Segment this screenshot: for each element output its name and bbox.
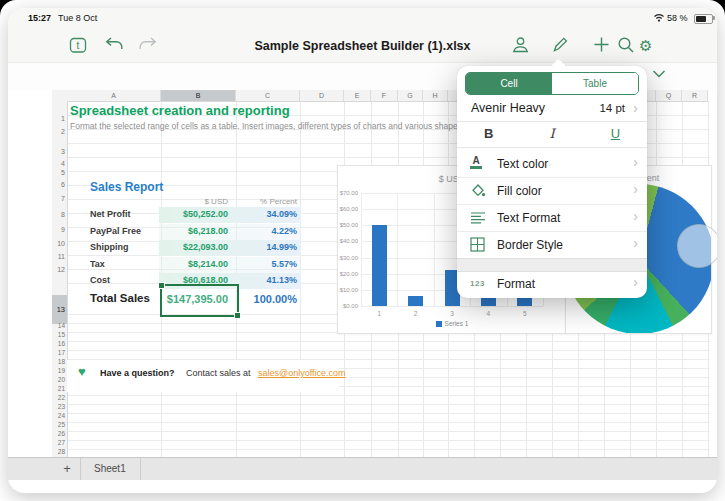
chevron-right-icon: › <box>633 100 638 116</box>
panel-item-border-style[interactable]: Border Style› <box>457 231 647 259</box>
row-header-23[interactable]: 23 <box>52 403 65 410</box>
column-header-D[interactable]: D <box>300 90 344 101</box>
search-icon[interactable] <box>617 36 637 56</box>
italic-button[interactable]: I <box>520 121 583 147</box>
column-header-F[interactable]: F <box>371 90 398 101</box>
font-name: Avenir Heavy <box>471 101 545 115</box>
border-style-icon <box>470 237 486 252</box>
settings-gear-icon[interactable]: ⚙ <box>639 37 659 57</box>
gridline-h <box>67 431 710 432</box>
column-header-B[interactable]: B <box>161 90 236 101</box>
undo-icon[interactable] <box>104 36 124 56</box>
documents-icon[interactable]: t <box>69 36 89 56</box>
row-headers[interactable]: 1234567891011121314151617181920212223242… <box>52 101 68 457</box>
battery-percent: 58 % <box>667 13 688 23</box>
row-header-19[interactable]: 19 <box>52 367 65 374</box>
row-header-17[interactable]: 17 <box>52 349 65 356</box>
panel-item-fill-color[interactable]: Fill color› <box>457 177 647 205</box>
heart-icon: ♥ <box>78 364 86 379</box>
column-header-Q[interactable]: Q <box>656 90 682 101</box>
row-header-22[interactable]: 22 <box>52 394 65 401</box>
row-header-21[interactable]: 21 <box>52 385 65 392</box>
footer-sales-link[interactable]: sales@onlyoffice.com <box>258 368 346 378</box>
sheet-tab-sheet1[interactable]: Sheet1 <box>80 458 141 480</box>
row-header-4[interactable]: 4 <box>52 160 65 167</box>
selected-cell-b13[interactable] <box>160 284 239 317</box>
font-row[interactable]: Avenir Heavy 14 pt › <box>457 95 647 122</box>
footer-text: Contact sales at <box>186 368 251 378</box>
chevron-right-icon: › <box>633 181 638 197</box>
edit-pencil-icon[interactable] <box>551 36 571 56</box>
row-header-9[interactable]: 9 <box>52 226 65 233</box>
table-row-label: Tax <box>90 259 105 269</box>
add-sheet-button[interactable]: + <box>54 458 81 480</box>
gridline-h <box>67 449 710 450</box>
row-header-28[interactable]: 28 <box>52 448 65 455</box>
underline-button[interactable]: U <box>584 121 647 147</box>
battery-icon <box>694 14 713 24</box>
chart-legend: Series 1 <box>338 320 566 327</box>
row-header-1[interactable]: 1 <box>52 115 65 122</box>
table-row-label: PayPal Free <box>90 226 141 236</box>
text-format-icon <box>470 210 486 225</box>
row-header-3[interactable]: 3 <box>52 148 65 155</box>
selection-handle-bottom-right[interactable] <box>234 312 241 319</box>
table-row-percent: 5.57% <box>228 259 297 269</box>
total-label: Total Sales <box>90 292 150 304</box>
row-header-12[interactable]: 12 <box>52 266 65 273</box>
tab-cell[interactable]: Cell <box>466 73 552 94</box>
row-header-10[interactable]: 10 <box>52 240 65 247</box>
gridline-h <box>67 422 710 423</box>
bar-xcat-label: 2 <box>406 310 426 317</box>
table-row-label: Net Profit <box>90 209 131 219</box>
row-header-26[interactable]: 26 <box>52 430 65 437</box>
chevron-right-icon: › <box>633 235 638 251</box>
panel-item-text-format[interactable]: Text Format› <box>457 204 647 232</box>
row-header-27[interactable]: 27 <box>52 439 65 446</box>
tab-table[interactable]: Table <box>552 73 638 94</box>
row-header-18[interactable]: 18 <box>52 358 65 365</box>
wifi-icon <box>653 13 665 22</box>
row-header-6[interactable]: 6 <box>52 181 65 188</box>
bold-button[interactable]: B <box>457 121 520 147</box>
row-header-8[interactable]: 8 <box>52 211 65 218</box>
bold-italic-underline-row: B I U <box>457 121 647 148</box>
collaboration-user-icon[interactable] <box>511 36 531 56</box>
selection-handle-top-left[interactable] <box>158 282 165 289</box>
redo-icon[interactable] <box>137 36 157 56</box>
row-header-2[interactable]: 2 <box>52 128 65 135</box>
panel-item-text-color[interactable]: AText color› <box>457 150 647 178</box>
gridline-h <box>67 440 710 441</box>
column-header-C[interactable]: C <box>236 90 300 101</box>
column-header-G[interactable]: G <box>398 90 423 101</box>
column-header-E[interactable]: E <box>344 90 371 101</box>
row-header-7[interactable]: 7 <box>52 195 65 202</box>
column-header-A[interactable]: A <box>67 90 161 101</box>
text-color-icon: A <box>470 156 486 171</box>
top-bar: 15:27 Tue 8 Oct 58 % Sample Spreadsheet … <box>8 8 717 62</box>
row-header-20[interactable]: 20 <box>52 376 65 383</box>
ipad-screen: 15:27 Tue 8 Oct 58 % Sample Spreadsheet … <box>8 8 717 493</box>
table-row-label: Cost <box>90 275 110 285</box>
row-header-13-selected[interactable]: 13 <box>52 295 67 324</box>
row-header-11[interactable]: 11 <box>52 253 65 260</box>
insert-plus-icon[interactable] <box>593 36 613 56</box>
row-header-16[interactable]: 16 <box>52 340 65 347</box>
column-header-H[interactable]: H <box>423 90 448 101</box>
pointer-circle <box>677 224 717 268</box>
table-row-usd: $8,214.00 <box>158 259 228 269</box>
row-header-5[interactable]: 5 <box>52 169 65 176</box>
panel-item-label: Format <box>497 277 535 291</box>
table-row-percent: 14.99% <box>228 242 297 252</box>
table-row-usd: $50,252.00 <box>158 209 228 219</box>
bar-gridline-v <box>434 193 435 306</box>
row-header-25[interactable]: 25 <box>52 421 65 428</box>
row-header-24[interactable]: 24 <box>52 412 65 419</box>
collapse-formula-chevron-icon[interactable] <box>652 69 666 79</box>
row-header-15[interactable]: 15 <box>52 331 65 338</box>
column-header-R[interactable]: R <box>682 90 708 101</box>
panel-item-format[interactable]: 123Format› <box>457 270 647 297</box>
usd-column-header: $ USD <box>168 197 228 206</box>
status-time: 15:27 <box>28 13 51 23</box>
row-header-14[interactable]: 14 <box>52 322 65 329</box>
